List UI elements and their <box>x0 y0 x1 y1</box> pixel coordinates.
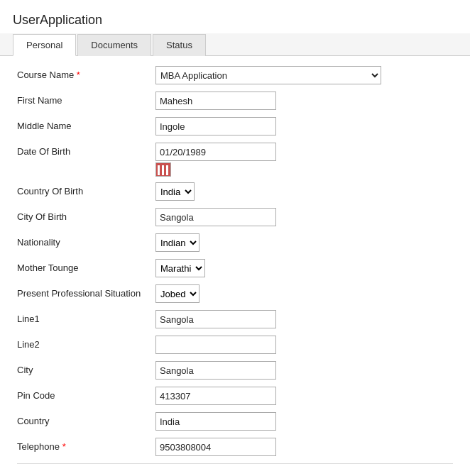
divider <box>17 463 453 464</box>
dob-wrapper <box>155 143 276 177</box>
country-input[interactable] <box>155 412 276 431</box>
nationality-row: Nationality Indian <box>17 233 453 253</box>
dob-input[interactable] <box>155 143 276 161</box>
line1-row: Line1 <box>17 310 453 330</box>
professional-situation-label: Present Professional Situation <box>17 284 155 299</box>
country-row: Country <box>17 412 453 432</box>
mother-tounge-row: Mother Tounge Marathi <box>17 259 453 279</box>
professional-situation-row: Present Professional Situation Jobed <box>17 284 453 304</box>
buttons-row: Save Save and Next <box>17 470 453 476</box>
mother-tounge-label: Mother Tounge <box>17 259 155 273</box>
window: UserApplication Personal Documents Statu… <box>0 0 470 476</box>
tabs-bar: Personal Documents Status <box>0 33 470 56</box>
dob-label: Date Of Birth <box>17 143 155 157</box>
telephone-row: Telephone * <box>17 438 453 458</box>
first-name-row: First Name <box>17 92 453 111</box>
city-of-birth-input[interactable] <box>155 208 276 226</box>
course-name-select[interactable]: MBA Application <box>155 66 381 84</box>
course-name-label: Course Name * <box>17 66 155 80</box>
mother-tounge-select[interactable]: Marathi <box>155 259 205 277</box>
country-of-birth-row: Country Of Birth India <box>17 182 453 202</box>
line1-input[interactable] <box>155 310 276 328</box>
form-area: Course Name * MBA Application First Name… <box>0 56 470 476</box>
city-input[interactable] <box>155 361 276 380</box>
country-of-birth-label: Country Of Birth <box>17 182 155 197</box>
middle-name-input[interactable] <box>155 117 276 135</box>
pin-code-row: Pin Code <box>17 387 453 406</box>
nationality-label: Nationality <box>17 233 155 248</box>
tab-status[interactable]: Status <box>153 34 206 56</box>
calendar-icon[interactable] <box>155 162 171 177</box>
pin-code-label: Pin Code <box>17 387 155 401</box>
nationality-select[interactable]: Indian <box>155 233 200 252</box>
city-row: City <box>17 361 453 381</box>
first-name-input[interactable] <box>155 92 276 110</box>
line2-label: Line2 <box>17 336 155 350</box>
page-title: UserApplication <box>0 7 470 33</box>
dob-row: Date Of Birth <box>17 143 453 177</box>
telephone-input[interactable] <box>155 438 276 456</box>
tab-documents[interactable]: Documents <box>77 34 151 56</box>
line1-label: Line1 <box>17 310 155 324</box>
telephone-label: Telephone * <box>17 438 155 452</box>
pin-code-input[interactable] <box>155 387 276 405</box>
professional-situation-select[interactable]: Jobed <box>155 284 200 303</box>
city-of-birth-label: City Of Birth <box>17 208 155 222</box>
line2-input[interactable] <box>155 336 276 354</box>
city-label: City <box>17 361 155 375</box>
line2-row: Line2 <box>17 336 453 355</box>
middle-name-row: Middle Name <box>17 117 453 137</box>
country-label: Country <box>17 412 155 426</box>
course-name-row: Course Name * MBA Application <box>17 66 453 86</box>
middle-name-label: Middle Name <box>17 117 155 131</box>
city-of-birth-row: City Of Birth <box>17 208 453 228</box>
country-of-birth-select[interactable]: India <box>155 182 195 201</box>
tab-personal[interactable]: Personal <box>13 34 76 56</box>
first-name-label: First Name <box>17 92 155 106</box>
